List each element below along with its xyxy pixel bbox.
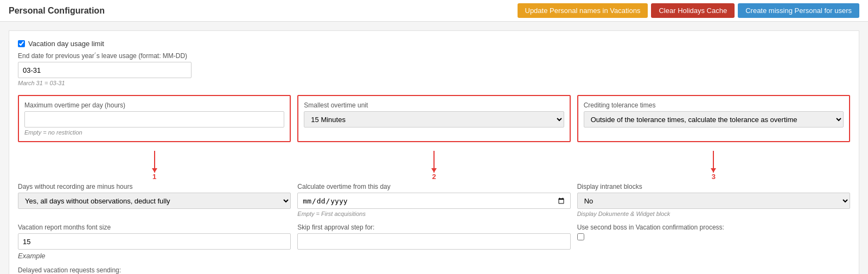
arrow-2: 2	[432, 151, 436, 181]
smallest-overtime-label: Smallest overtime unit	[304, 101, 564, 109]
vacation-report-label: Vacation report months font size	[18, 224, 291, 231]
header-buttons: Update Personal names in Vacations Clear…	[518, 3, 860, 18]
create-personal-button[interactable]: Create missing Personal for users	[738, 3, 859, 18]
crediting-tolerance-label: Crediting tolerance times	[584, 101, 844, 109]
header: Personal Configuration Update Personal n…	[0, 0, 868, 22]
main-content: Vacation day usage limit End date for pr…	[0, 22, 868, 274]
second-boss-field: Use second boss in Vacation confirmation…	[577, 224, 850, 260]
second-row-fields: Days without recording are minus hours Y…	[18, 183, 850, 217]
skip-approval-field: Skip first approval step for:	[297, 224, 570, 260]
second-boss-checkbox[interactable]	[577, 233, 584, 240]
crediting-tolerance-box: Crediting tolerance times Outside of the…	[577, 95, 850, 142]
vacation-limit-label: Vacation day usage limit	[28, 40, 104, 48]
crediting-tolerance-select[interactable]: Outside of the tolerance times, calculat…	[584, 111, 844, 128]
display-intranet-select[interactable]: No Yes	[577, 193, 850, 209]
content-wrapper: Vacation day usage limit End date for pr…	[9, 30, 859, 274]
skip-approval-input[interactable]	[297, 233, 570, 250]
end-date-input[interactable]	[18, 62, 192, 78]
display-intranet-field: Display intranet blocks No Yes Display D…	[577, 183, 850, 217]
end-date-label: End date for previous year´s leave usage…	[18, 52, 850, 60]
arrow-2-container: 2	[297, 149, 570, 181]
arrow-3-line	[713, 151, 714, 173]
display-intranet-label: Display intranet blocks	[577, 183, 850, 190]
vacation-limit-section: Vacation day usage limit End date for pr…	[18, 40, 850, 86]
arrow-3-container: 3	[577, 149, 850, 181]
arrow-1-container: 1	[18, 149, 291, 181]
annotation-3: 3	[712, 173, 716, 181]
max-overtime-input[interactable]	[24, 111, 284, 128]
days-without-label: Days without recording are minus hours	[18, 183, 291, 190]
vacation-limit-row: Vacation day usage limit	[18, 40, 850, 48]
annotation-1: 1	[152, 173, 156, 181]
bottom-section: Vacation report months font size Example…	[18, 224, 850, 260]
annotation-2: 2	[432, 173, 436, 181]
vacation-report-input[interactable]	[18, 233, 291, 250]
page-title: Personal Configuration	[9, 6, 105, 16]
arrow-3: 3	[712, 151, 716, 181]
vacation-limit-checkbox[interactable]	[18, 40, 25, 47]
smallest-overtime-select[interactable]: 15 Minutes 30 Minutes 1 Hour	[304, 111, 564, 128]
days-without-recording-field: Days without recording are minus hours Y…	[18, 183, 291, 217]
clear-cache-button[interactable]: Clear Holidays Cache	[651, 3, 735, 18]
calc-overtime-label: Calculate overtime from this day	[297, 183, 570, 190]
max-overtime-box: Maximum overtime per day (hours) Empty =…	[18, 95, 291, 142]
delayed-vacation-section: Delayed vacation requests sending:	[18, 266, 850, 274]
vacation-report-hint: Example	[18, 252, 291, 260]
days-without-select[interactable]: Yes, all days without observations, dedu…	[18, 193, 291, 209]
max-overtime-hint: Empty = no restriction	[24, 129, 284, 136]
delayed-vacation-label: Delayed vacation requests sending:	[18, 266, 850, 274]
arrow-2-line	[433, 151, 435, 173]
display-intranet-hint: Display Dokumente & Widget block	[577, 211, 850, 217]
arrow-row: 1 2 3	[18, 149, 850, 181]
end-date-hint: March 31 = 03-31	[18, 80, 850, 86]
vacation-report-field: Vacation report months font size Example	[18, 224, 291, 260]
bordered-boxes-row: Maximum overtime per day (hours) Empty =…	[18, 95, 850, 142]
arrow-1-line	[154, 151, 155, 173]
skip-approval-label: Skip first approval step for:	[297, 224, 570, 231]
second-boss-label: Use second boss in Vacation confirmation…	[577, 224, 850, 231]
calc-overtime-input[interactable]	[297, 193, 570, 209]
update-personal-button[interactable]: Update Personal names in Vacations	[518, 3, 648, 18]
max-overtime-label: Maximum overtime per day (hours)	[24, 101, 284, 109]
smallest-overtime-box: Smallest overtime unit 15 Minutes 30 Min…	[297, 95, 570, 142]
calculate-overtime-field: Calculate overtime from this day Empty =…	[297, 183, 570, 217]
arrow-1: 1	[152, 151, 156, 181]
calc-overtime-hint: Empty = First acquisitions	[297, 211, 570, 217]
